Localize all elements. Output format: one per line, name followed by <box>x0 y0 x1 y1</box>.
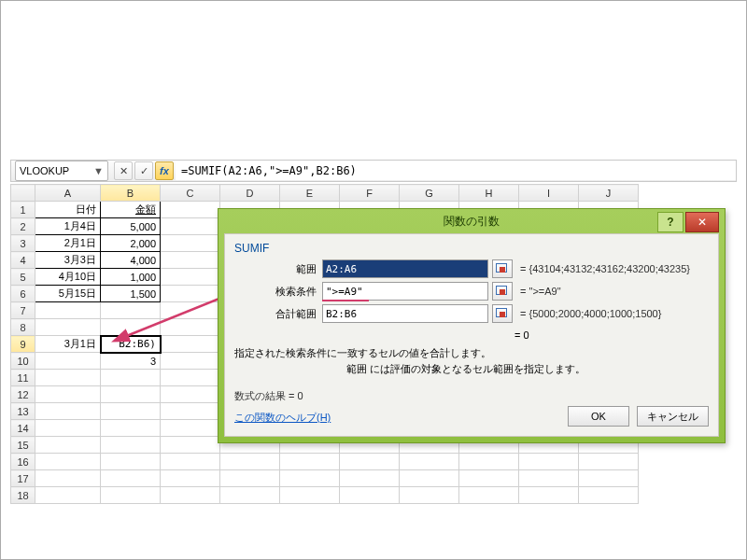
row-header[interactable]: 9 <box>11 336 35 353</box>
cell[interactable]: 4,000 <box>101 252 161 269</box>
dialog-title: 関数の引数 <box>444 214 500 230</box>
col-header-B[interactable]: B <box>101 185 161 202</box>
cancel-formula-button[interactable]: ✕ <box>114 161 133 180</box>
dialog-titlebar[interactable]: 関数の引数 ? ✕ <box>218 209 725 233</box>
cell[interactable]: 3 <box>101 353 161 370</box>
function-arguments-dialog: 関数の引数 ? ✕ SUMIF 範囲 = {43104;43132;43162;… <box>218 208 726 443</box>
cell[interactable]: 1月4日 <box>35 218 101 235</box>
cell[interactable]: 3月3日 <box>35 252 101 269</box>
ok-button[interactable]: OK <box>568 406 629 427</box>
chevron-down-icon[interactable]: ▼ <box>93 165 104 176</box>
name-box[interactable]: VLOOKUP ▼ <box>15 161 108 181</box>
cell[interactable]: 日付 <box>35 202 101 218</box>
cell[interactable]: 金額 <box>101 202 161 218</box>
arg-result-sumrange: = {5000;2000;4000;1000;1500} <box>520 308 661 319</box>
col-header-G[interactable]: G <box>400 185 459 202</box>
arg-result-criteria: = ">=A9" <box>520 286 561 297</box>
cell[interactable]: 2月1日 <box>35 235 101 252</box>
arg-label-criteria: 検索条件 <box>234 285 322 299</box>
sumrange-ref-button[interactable] <box>492 304 513 323</box>
col-header-D[interactable]: D <box>220 185 280 202</box>
arg-input-range[interactable] <box>322 259 488 278</box>
select-all-corner[interactable] <box>11 185 35 202</box>
row-header[interactable]: 7 <box>11 302 35 319</box>
annotation-underline <box>322 300 369 301</box>
criteria-ref-button[interactable] <box>492 282 513 301</box>
row-header[interactable]: 15 <box>11 437 35 454</box>
col-header-J[interactable]: J <box>579 185 639 202</box>
row-header[interactable]: 6 <box>11 286 35 302</box>
function-name: SUMIF <box>234 242 709 255</box>
cell[interactable]: 1,000 <box>101 269 161 286</box>
row-header[interactable]: 4 <box>11 252 35 269</box>
row-header[interactable]: 1 <box>11 202 35 218</box>
col-header-A[interactable]: A <box>35 185 101 202</box>
formula-result: 数式の結果 = 0 <box>234 389 709 403</box>
row-header[interactable]: 16 <box>11 454 35 470</box>
close-button[interactable]: ✕ <box>685 212 719 232</box>
function-description: 指定された検索条件に一致するセルの値を合計します。 <box>234 346 709 360</box>
cell[interactable]: 5,000 <box>101 218 161 235</box>
arg-result-range: = {43104;43132;43162;43200;43235} <box>520 263 690 274</box>
arg-input-criteria[interactable] <box>322 282 488 301</box>
active-cell[interactable]: B2:B6) <box>101 336 161 353</box>
cell[interactable]: 2,000 <box>101 235 161 252</box>
argument-description: 範囲 には評価の対象となるセル範囲を指定します。 <box>346 362 709 376</box>
row-header[interactable]: 12 <box>11 386 35 403</box>
enter-formula-button[interactable]: ✓ <box>134 161 153 180</box>
arg-label-sumrange: 合計範囲 <box>234 307 322 321</box>
arg-label-range: 範囲 <box>234 262 322 276</box>
interim-result: = 0 <box>514 329 709 341</box>
cancel-button[interactable]: キャンセル <box>637 406 709 427</box>
range-ref-button[interactable] <box>492 259 513 278</box>
col-header-C[interactable]: C <box>161 185 220 202</box>
fx-button[interactable]: fx <box>155 161 174 180</box>
row-header[interactable]: 13 <box>11 403 35 420</box>
col-header-F[interactable]: F <box>340 185 400 202</box>
col-header-E[interactable]: E <box>280 185 340 202</box>
col-header-I[interactable]: I <box>519 185 579 202</box>
row-header[interactable]: 8 <box>11 319 35 336</box>
arg-input-sumrange[interactable] <box>322 304 488 323</box>
help-button[interactable]: ? <box>657 212 684 232</box>
function-help-link[interactable]: この関数のヘルプ(H) <box>234 412 331 423</box>
col-header-H[interactable]: H <box>459 185 519 202</box>
row-header[interactable]: 14 <box>11 420 35 437</box>
formula-input[interactable] <box>176 161 736 180</box>
row-header[interactable]: 18 <box>11 487 35 504</box>
formula-bar: VLOOKUP ▼ ✕ ✓ fx <box>10 160 737 182</box>
cell[interactable]: 4月10日 <box>35 269 101 286</box>
row-header[interactable]: 17 <box>11 470 35 487</box>
row-header[interactable]: 11 <box>11 370 35 386</box>
cell[interactable]: 1,500 <box>101 286 161 302</box>
name-box-value: VLOOKUP <box>20 165 69 176</box>
cell[interactable]: 5月15日 <box>35 286 101 302</box>
row-header[interactable]: 5 <box>11 269 35 286</box>
cell[interactable]: 3月1日 <box>35 336 101 353</box>
row-header[interactable]: 2 <box>11 218 35 235</box>
row-header[interactable]: 10 <box>11 353 35 370</box>
row-header[interactable]: 3 <box>11 235 35 252</box>
